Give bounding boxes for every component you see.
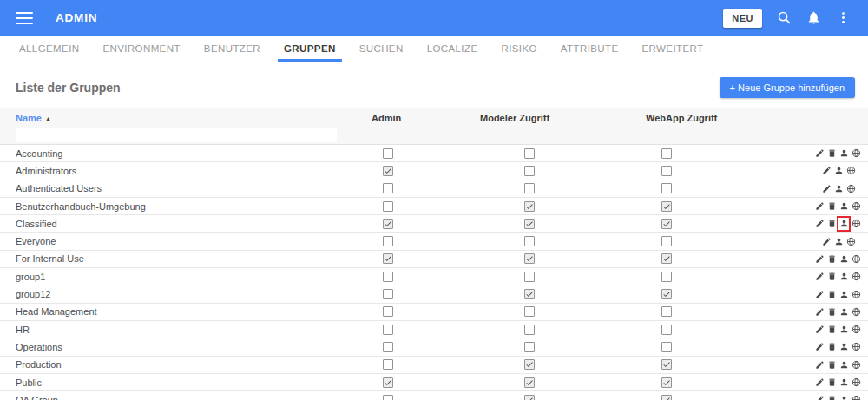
globe-icon[interactable] [845,236,856,246]
globe-icon[interactable] [851,342,861,352]
admin-checkbox[interactable] [383,236,393,246]
delete-icon[interactable] [826,148,837,159]
modeler-checkbox[interactable] [524,219,535,229]
edit-icon[interactable] [814,395,825,400]
edit-icon[interactable] [814,377,825,388]
admin-checkbox[interactable] [383,166,393,176]
delete-icon[interactable] [826,289,837,299]
modeler-checkbox[interactable] [524,166,535,176]
edit-icon[interactable] [814,342,825,352]
delete-icon[interactable] [826,342,837,352]
edit-icon[interactable] [814,359,825,370]
edit-icon[interactable] [814,148,825,159]
delete-icon[interactable] [826,306,837,317]
webapp-checkbox[interactable] [661,342,672,352]
admin-checkbox[interactable] [383,253,393,264]
edit-icon[interactable] [821,183,832,193]
tab-localize[interactable]: LOCALIZE [421,36,484,62]
person-icon[interactable] [838,342,849,352]
edit-icon[interactable] [821,166,832,176]
person-icon[interactable] [833,166,844,176]
admin-checkbox[interactable] [383,272,393,282]
edit-icon[interactable] [814,306,825,317]
admin-checkbox[interactable] [383,148,393,159]
admin-checkbox[interactable] [383,183,393,193]
globe-icon[interactable] [851,395,861,400]
edit-icon[interactable] [814,272,825,282]
edit-icon[interactable] [814,253,825,264]
edit-icon[interactable] [814,289,825,299]
menu-icon[interactable] [16,12,33,24]
globe-icon[interactable] [851,306,861,317]
tab-allgemein[interactable]: ALLGEMEIN [13,36,85,62]
tab-suchen[interactable]: SUCHEN [353,36,410,62]
webapp-checkbox[interactable] [661,272,672,282]
delete-icon[interactable] [826,219,837,229]
person-icon[interactable] [838,219,849,229]
person-icon[interactable] [838,377,849,388]
admin-checkbox[interactable] [383,395,393,400]
tab-environment[interactable]: ENVIRONMENT [96,36,186,62]
admin-checkbox[interactable] [383,325,393,335]
webapp-checkbox[interactable] [661,289,672,299]
person-icon[interactable] [838,148,849,159]
tab-erweitert[interactable]: ERWEITERT [636,36,710,62]
webapp-checkbox[interactable] [661,148,672,159]
delete-icon[interactable] [826,272,837,282]
delete-icon[interactable] [826,377,837,388]
admin-checkbox[interactable] [383,342,393,352]
person-icon[interactable] [833,183,844,193]
person-icon[interactable] [838,306,849,317]
modeler-checkbox[interactable] [524,236,535,246]
webapp-checkbox[interactable] [661,325,672,335]
webapp-checkbox[interactable] [661,253,672,264]
search-icon[interactable] [776,10,792,26]
globe-icon[interactable] [851,148,861,159]
globe-icon[interactable] [851,219,861,229]
webapp-checkbox[interactable] [661,201,672,212]
tab-attribute[interactable]: ATTRIBUTE [555,36,625,62]
globe-icon[interactable] [851,272,861,282]
admin-checkbox[interactable] [383,377,393,388]
modeler-checkbox[interactable] [524,359,535,370]
admin-checkbox[interactable] [383,306,393,317]
webapp-checkbox[interactable] [661,377,672,388]
edit-icon[interactable] [821,236,832,246]
tab-gruppen[interactable]: GRUPPEN [278,36,342,62]
webapp-checkbox[interactable] [661,359,672,370]
webapp-checkbox[interactable] [661,395,672,400]
edit-icon[interactable] [814,201,825,212]
edit-icon[interactable] [814,219,825,229]
modeler-checkbox[interactable] [524,183,535,193]
person-icon[interactable] [838,289,849,299]
neu-button[interactable]: NEU [723,9,762,28]
modeler-checkbox[interactable] [524,253,535,264]
webapp-checkbox[interactable] [661,166,672,176]
delete-icon[interactable] [826,253,837,264]
edit-icon[interactable] [814,325,825,335]
globe-icon[interactable] [851,201,861,212]
person-icon[interactable] [838,253,849,264]
modeler-checkbox[interactable] [524,201,535,212]
globe-icon[interactable] [851,325,861,335]
globe-icon[interactable] [851,253,861,264]
add-group-button[interactable]: + Neue Gruppe hinzufügen [720,77,855,98]
webapp-checkbox[interactable] [661,219,672,229]
modeler-checkbox[interactable] [524,342,535,352]
admin-checkbox[interactable] [383,201,393,212]
column-header-name[interactable]: Name ▲ [0,113,372,123]
modeler-checkbox[interactable] [524,306,535,317]
person-icon[interactable] [838,395,849,400]
webapp-checkbox[interactable] [661,236,672,246]
notifications-icon[interactable] [806,10,821,26]
webapp-checkbox[interactable] [661,306,672,317]
tab-benutzer[interactable]: BENUTZER [198,36,266,62]
tab-risiko[interactable]: RISIKO [495,36,542,62]
modeler-checkbox[interactable] [524,395,535,400]
delete-icon[interactable] [826,325,837,335]
more-vert-icon[interactable] [835,10,851,26]
delete-icon[interactable] [826,201,837,212]
modeler-checkbox[interactable] [524,377,535,388]
globe-icon[interactable] [851,377,861,388]
admin-checkbox[interactable] [383,359,393,370]
